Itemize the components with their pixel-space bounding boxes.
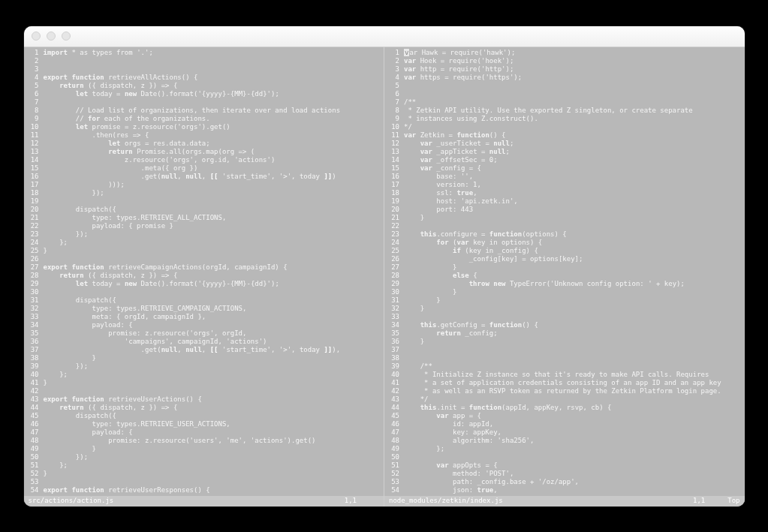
right-cursor-pos: 1,1 <box>693 497 705 505</box>
left-code[interactable]: 1import * as types from '.';234export fu… <box>24 47 384 496</box>
left-pane[interactable]: 1import * as types from '.';234export fu… <box>24 47 385 506</box>
left-cursor-pos: 1,1 <box>345 497 357 505</box>
editor-split: 1import * as types from '.';234export fu… <box>24 47 745 506</box>
zoom-icon[interactable] <box>62 32 71 41</box>
right-code[interactable]: 1var Hawk = require('hawk');2var Hoek = … <box>384 47 745 496</box>
right-status-bar: node_modules/zetkin/index.js 1,1 Top <box>384 496 745 506</box>
right-pane[interactable]: 1var Hawk = require('hawk');2var Hoek = … <box>384 47 745 506</box>
left-status-bar: src/actions/action.js 1,1 <box>24 496 384 506</box>
right-file-path: node_modules/zetkin/index.js <box>389 497 503 505</box>
right-mode: Top <box>727 497 739 505</box>
window-titlebar[interactable] <box>24 26 745 47</box>
close-icon[interactable] <box>32 32 41 41</box>
minimize-icon[interactable] <box>47 32 56 41</box>
terminal-window: 1import * as types from '.';234export fu… <box>24 26 745 506</box>
left-file-path: src/actions/action.js <box>29 497 114 505</box>
